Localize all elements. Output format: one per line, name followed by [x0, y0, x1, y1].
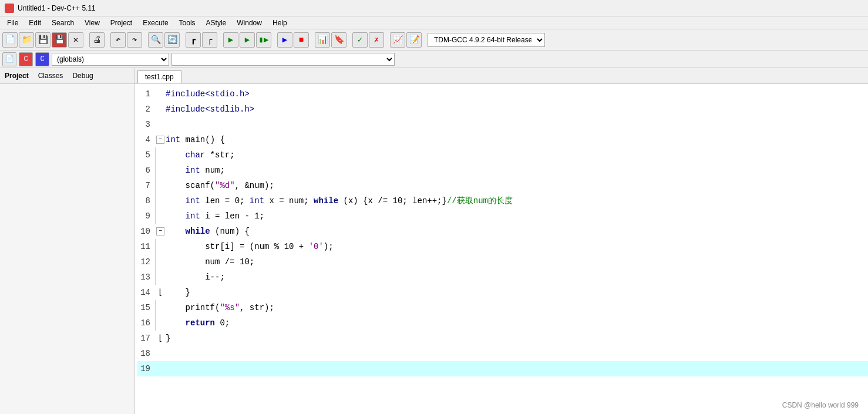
chart-button[interactable]: 📈	[390, 32, 405, 48]
toolbar1: 📄 📁 💾 💾 ✕ 🖨 ↶ ↷ 🔍 🔄 ┏ ┌ ▶ ▶ ▮▶ ▶ ■ 📊 🔖 ✓…	[0, 29, 868, 51]
tab-test1cpp[interactable]: test1.cpp	[137, 70, 181, 83]
menu-astyle[interactable]: AStyle	[201, 18, 231, 28]
menubar: File Edit Search View Project Execute To…	[0, 16, 868, 29]
line-7: 7 scanf("%d", &num);	[137, 178, 868, 193]
save-all-button[interactable]: 💾	[52, 32, 67, 48]
line-15: 15 printf("%s", str);	[137, 300, 868, 315]
line-4: 4 − int main() {	[137, 132, 868, 147]
nav-debug[interactable]: Debug	[72, 72, 93, 80]
line-18: 18	[137, 346, 868, 361]
title-text: Untitled1 - Dev-C++ 5.11	[18, 4, 96, 12]
indent-button[interactable]: ┏	[186, 32, 201, 48]
stop-button[interactable]: ■	[294, 32, 309, 48]
line-14: 14 ⌊ }	[137, 285, 868, 300]
cross-button[interactable]: ✗	[369, 32, 384, 48]
toolbar2: 📄 C C (globals)	[0, 51, 868, 68]
line-6: 6 int num;	[137, 163, 868, 178]
tb2-btn1[interactable]: 📄	[2, 52, 16, 66]
find-button[interactable]: 🔍	[148, 32, 163, 48]
nav-tabs: test1.cpp	[135, 68, 184, 83]
tb2-btn3[interactable]: C	[35, 52, 49, 66]
line-3: 3	[137, 117, 868, 132]
nav-area: Project Classes Debug test1.cpp	[0, 68, 868, 84]
line-9: 9 int i = len - 1;	[137, 208, 868, 224]
menu-window[interactable]: Window	[232, 18, 267, 28]
nav-project[interactable]: Project	[5, 72, 29, 80]
app-icon	[5, 4, 14, 13]
menu-tools[interactable]: Tools	[174, 18, 200, 28]
menu-help[interactable]: Help	[268, 18, 292, 28]
close-button[interactable]: ✕	[68, 32, 83, 48]
profile-button[interactable]: 📊	[315, 32, 330, 48]
fold-icon-10[interactable]: −	[156, 227, 164, 235]
menu-execute[interactable]: Execute	[138, 18, 173, 28]
nav-labels: Project Classes Debug	[0, 68, 135, 83]
editor-area[interactable]: 1 #include<stdio.h> 2 #include<stdlib.h>…	[135, 84, 868, 414]
debug-button[interactable]: ▶	[277, 32, 292, 48]
code-container: 1 #include<stdio.h> 2 #include<stdlib.h>…	[135, 84, 868, 379]
menu-project[interactable]: Project	[106, 18, 137, 28]
line-5: 5 char *str;	[137, 147, 868, 163]
replace-button[interactable]: 🔄	[164, 32, 180, 48]
line-1: 1 #include<stdio.h>	[137, 86, 868, 102]
info-button[interactable]: 📝	[406, 32, 422, 48]
compile-button[interactable]: ▶	[223, 32, 238, 48]
unindent-button[interactable]: ┌	[202, 32, 217, 48]
tb2-btn2[interactable]: C	[19, 52, 33, 66]
func-select[interactable]	[171, 53, 395, 66]
line-16: 16 return 0;	[137, 315, 868, 331]
nav-classes[interactable]: Classes	[38, 72, 63, 80]
print-button[interactable]: 🖨	[89, 32, 105, 48]
line-8: 8 int len = 0; int x = num; while (x) {x…	[137, 193, 868, 208]
line-10: 10 − while (num) {	[137, 224, 868, 239]
menu-view[interactable]: View	[80, 18, 105, 28]
globals-select[interactable]: (globals)	[52, 53, 169, 66]
open-button[interactable]: 📁	[19, 32, 34, 48]
menu-file[interactable]: File	[2, 18, 23, 28]
compile-run-button[interactable]: ▮▶	[256, 32, 271, 48]
left-panel	[0, 84, 135, 414]
redo-button[interactable]: ↷	[127, 32, 142, 48]
line-17: 17 ⌊ }	[137, 331, 868, 346]
titlebar: Untitled1 - Dev-C++ 5.11	[0, 0, 868, 16]
run-button[interactable]: ▶	[240, 32, 255, 48]
line-2: 2 #include<stdlib.h>	[137, 102, 868, 117]
new-button[interactable]: 📄	[2, 32, 18, 48]
watermark-text: CSDN @hello world 999	[782, 401, 859, 409]
fold-icon-4[interactable]: −	[156, 136, 164, 144]
checkmark-button[interactable]: ✓	[352, 32, 368, 48]
code-lines: 1 #include<stdio.h> 2 #include<stdlib.h>…	[135, 86, 868, 376]
line-12: 12 num /= 10;	[137, 254, 868, 270]
bookmark-button[interactable]: 🔖	[331, 32, 346, 48]
undo-button[interactable]: ↶	[110, 32, 126, 48]
line-11: 11 str[i] = (num % 10 + '0');	[137, 239, 868, 254]
watermark: CSDN @hello world 999	[782, 401, 859, 409]
main: 1 #include<stdio.h> 2 #include<stdlib.h>…	[0, 84, 868, 414]
save-button[interactable]: 💾	[35, 32, 51, 48]
compiler-select[interactable]: TDM-GCC 4.9.2 64-bit Release	[428, 33, 545, 47]
line-19: 19	[137, 361, 868, 376]
line-13: 13 i--;	[137, 270, 868, 285]
menu-search[interactable]: Search	[47, 18, 79, 28]
menu-edit[interactable]: Edit	[24, 18, 46, 28]
